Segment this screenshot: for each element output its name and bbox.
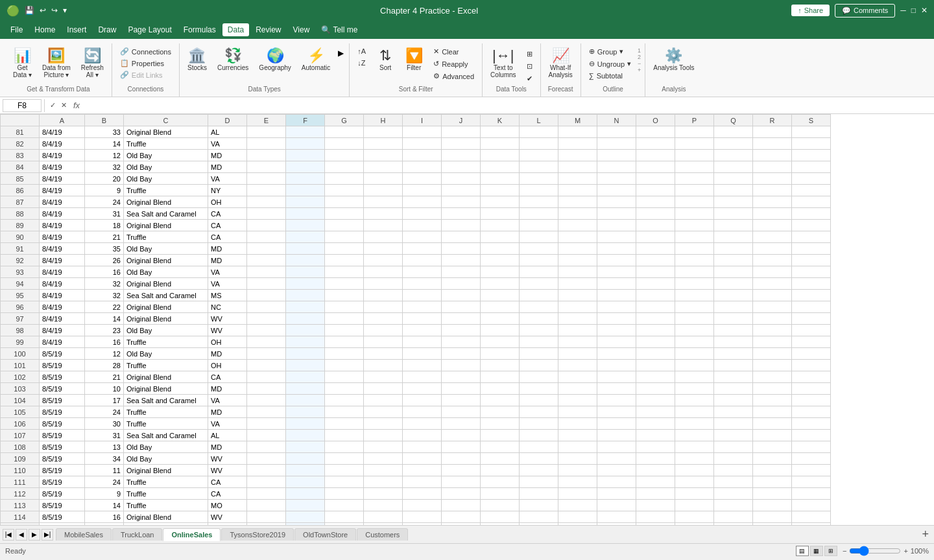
cell-empty[interactable] bbox=[714, 301, 753, 313]
cell-f[interactable] bbox=[286, 465, 325, 476]
cell-empty[interactable] bbox=[753, 185, 792, 196]
cell-empty[interactable] bbox=[792, 243, 831, 255]
cell-empty[interactable] bbox=[481, 208, 520, 220]
cell-empty[interactable] bbox=[675, 348, 714, 360]
col-header-f[interactable]: F bbox=[286, 115, 325, 126]
row-header[interactable]: 94 bbox=[1, 278, 40, 290]
cell-empty[interactable] bbox=[481, 348, 520, 360]
cell-empty[interactable] bbox=[597, 196, 636, 208]
cell-empty[interactable] bbox=[675, 301, 714, 313]
cell-c[interactable]: Truffle bbox=[124, 500, 208, 511]
cell-empty[interactable] bbox=[403, 231, 442, 243]
zoom-in-btn[interactable]: + bbox=[904, 547, 907, 555]
cell-empty[interactable] bbox=[364, 488, 403, 500]
row-header[interactable]: 90 bbox=[1, 231, 40, 243]
cell-empty[interactable] bbox=[325, 383, 364, 395]
cell-empty[interactable] bbox=[675, 208, 714, 220]
row-header[interactable]: 101 bbox=[1, 360, 40, 371]
row-header[interactable]: 104 bbox=[1, 395, 40, 406]
cell-empty[interactable] bbox=[325, 325, 364, 336]
cell-empty[interactable] bbox=[597, 418, 636, 430]
cell-empty[interactable] bbox=[442, 185, 481, 196]
cell-empty[interactable] bbox=[325, 441, 364, 453]
cell-f[interactable] bbox=[286, 185, 325, 196]
cell-empty[interactable] bbox=[792, 476, 831, 488]
cell-empty[interactable] bbox=[364, 220, 403, 231]
cell-b[interactable]: 32 bbox=[85, 161, 124, 173]
cell-e[interactable] bbox=[247, 290, 286, 301]
cell-empty[interactable] bbox=[442, 196, 481, 208]
cell-a[interactable]: 8/4/19 bbox=[40, 325, 85, 336]
cell-empty[interactable] bbox=[325, 266, 364, 278]
cell-empty[interactable] bbox=[325, 313, 364, 325]
cell-empty[interactable] bbox=[675, 441, 714, 453]
cell-empty[interactable] bbox=[442, 243, 481, 255]
cell-empty[interactable] bbox=[636, 185, 675, 196]
cell-c[interactable]: Sea Salt and Caramel bbox=[124, 208, 208, 220]
cell-empty[interactable] bbox=[675, 290, 714, 301]
cell-empty[interactable] bbox=[481, 196, 520, 208]
row-header[interactable]: 84 bbox=[1, 161, 40, 173]
cell-empty[interactable] bbox=[558, 278, 597, 290]
cell-empty[interactable] bbox=[792, 185, 831, 196]
cell-b[interactable]: 32 bbox=[85, 278, 124, 290]
cell-e[interactable] bbox=[247, 336, 286, 348]
menu-insert[interactable]: Insert bbox=[62, 23, 91, 36]
cell-empty[interactable] bbox=[675, 465, 714, 476]
sheet-tab-tysonsstore2019[interactable]: TysonsStore2019 bbox=[221, 528, 294, 541]
cell-empty[interactable] bbox=[714, 138, 753, 150]
cell-empty[interactable] bbox=[403, 255, 442, 266]
cell-empty[interactable] bbox=[636, 266, 675, 278]
cell-empty[interactable] bbox=[714, 278, 753, 290]
cell-empty[interactable] bbox=[675, 511, 714, 523]
cell-empty[interactable] bbox=[481, 325, 520, 336]
cell-empty[interactable] bbox=[636, 430, 675, 441]
cell-empty[interactable] bbox=[520, 348, 558, 360]
ungroup-button[interactable]: ⊖ Ungroup ▾ bbox=[585, 58, 635, 69]
cell-c[interactable]: Sea Salt and Caramel bbox=[124, 430, 208, 441]
cell-f[interactable] bbox=[286, 395, 325, 406]
cell-d[interactable]: MD bbox=[208, 243, 247, 255]
cell-empty[interactable] bbox=[520, 441, 558, 453]
cell-empty[interactable] bbox=[753, 208, 792, 220]
cell-empty[interactable] bbox=[325, 173, 364, 185]
cell-empty[interactable] bbox=[558, 290, 597, 301]
cell-empty[interactable] bbox=[558, 161, 597, 173]
cell-c[interactable]: Original Blend bbox=[124, 196, 208, 208]
cell-empty[interactable] bbox=[520, 208, 558, 220]
tab-nav-last[interactable]: ▶| bbox=[42, 529, 53, 541]
cell-empty[interactable] bbox=[714, 500, 753, 511]
cell-a[interactable]: 8/4/19 bbox=[40, 255, 85, 266]
cell-d[interactable]: CA bbox=[208, 231, 247, 243]
cell-empty[interactable] bbox=[714, 161, 753, 173]
cell-empty[interactable] bbox=[442, 383, 481, 395]
cell-f[interactable] bbox=[286, 441, 325, 453]
cell-empty[interactable] bbox=[403, 511, 442, 523]
cell-empty[interactable] bbox=[364, 278, 403, 290]
cell-e[interactable] bbox=[247, 301, 286, 313]
cell-e[interactable] bbox=[247, 441, 286, 453]
cell-e[interactable] bbox=[247, 150, 286, 161]
cell-empty[interactable] bbox=[481, 266, 520, 278]
cell-f[interactable] bbox=[286, 348, 325, 360]
cell-a[interactable]: 8/4/19 bbox=[40, 208, 85, 220]
cell-d[interactable]: AL bbox=[208, 430, 247, 441]
cell-empty[interactable] bbox=[753, 313, 792, 325]
cell-b[interactable]: 35 bbox=[85, 243, 124, 255]
cell-a[interactable]: 8/4/19 bbox=[40, 290, 85, 301]
cell-c[interactable]: Old Bay bbox=[124, 266, 208, 278]
share-button[interactable]: ↑ Share bbox=[791, 5, 830, 16]
cell-f[interactable] bbox=[286, 278, 325, 290]
cell-empty[interactable] bbox=[792, 395, 831, 406]
cell-empty[interactable] bbox=[403, 418, 442, 430]
cell-empty[interactable] bbox=[403, 383, 442, 395]
cell-empty[interactable] bbox=[675, 150, 714, 161]
cell-empty[interactable] bbox=[753, 301, 792, 313]
cell-b[interactable]: 21 bbox=[85, 231, 124, 243]
cell-empty[interactable] bbox=[558, 488, 597, 500]
formula-check[interactable]: ✓ bbox=[50, 101, 56, 110]
cell-empty[interactable] bbox=[675, 371, 714, 383]
cell-empty[interactable] bbox=[636, 441, 675, 453]
cell-empty[interactable] bbox=[792, 266, 831, 278]
cell-empty[interactable] bbox=[442, 150, 481, 161]
